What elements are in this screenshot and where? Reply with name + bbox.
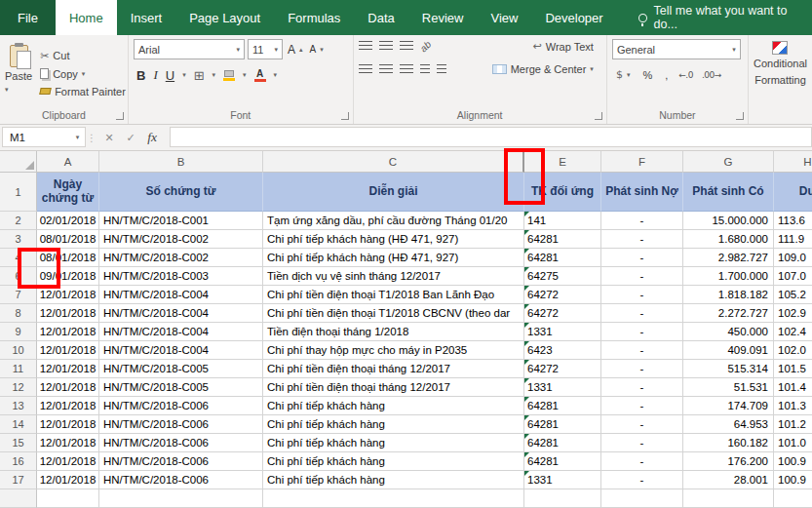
decrease-decimal-icon[interactable]: .00→	[702, 70, 721, 80]
align-middle-icon[interactable]	[379, 41, 393, 52]
col-header-c[interactable]: C	[263, 151, 524, 173]
comma-style-button[interactable]: ,	[663, 68, 670, 82]
row-header[interactable]: 13	[0, 397, 37, 415]
cell-date[interactable]: 08/01/2018	[37, 230, 99, 249]
col-header-h[interactable]: H	[774, 151, 812, 173]
cell-date[interactable]: 12/01/2018	[37, 378, 99, 397]
cell-account[interactable]: 64281	[524, 415, 601, 434]
cell-date[interactable]: 02/01/2018	[37, 212, 99, 230]
cell-debit[interactable]: -	[601, 286, 683, 304]
tab-developer[interactable]: Developer	[531, 0, 616, 35]
cell-credit[interactable]: 176.200	[683, 452, 774, 471]
tab-file[interactable]: File	[0, 0, 56, 35]
cell-description[interactable]: Chi phí thay hộp mực cho máy in P2035	[263, 341, 524, 360]
cell-credit[interactable]: 15.000.000	[683, 212, 774, 230]
cell-account[interactable]: 141	[524, 212, 601, 230]
paste-button[interactable]: Paste ▾	[5, 39, 32, 99]
cell-date[interactable]: 12/01/2018	[37, 341, 99, 360]
bold-button[interactable]: B	[136, 68, 145, 83]
cell-debit[interactable]: -	[601, 434, 683, 452]
cell-doc-no[interactable]: HN/TM/C/2018-C004	[99, 341, 263, 360]
cell-description[interactable]: Chi phí tiếp khách hàng	[263, 415, 524, 434]
font-name-combo[interactable]: Arial▾	[134, 39, 245, 59]
cell-date[interactable]: 12/01/2018	[37, 434, 99, 452]
cell-account[interactable]: 64275	[524, 267, 601, 286]
row-header[interactable]: 14	[0, 415, 37, 434]
row-header[interactable]: 4	[0, 249, 37, 267]
cell-debit[interactable]: -	[601, 323, 683, 341]
borders-icon[interactable]: ⊞	[194, 68, 205, 83]
cell-balance[interactable]: 111.9	[774, 230, 812, 249]
cell-date[interactable]: 12/01/2018	[37, 304, 99, 323]
cell-doc-no[interactable]: HN/TM/C/2018-C002	[99, 230, 263, 249]
increase-indent-icon[interactable]	[437, 64, 446, 75]
row-header[interactable]: 17	[0, 471, 37, 489]
empty-cell[interactable]	[37, 489, 99, 508]
cell-credit[interactable]: 409.091	[683, 341, 774, 360]
cell-credit[interactable]: 1.700.000	[683, 267, 774, 286]
align-center-icon[interactable]	[379, 64, 393, 75]
row-header[interactable]: 12	[0, 378, 37, 397]
header-cell-account[interactable]: TK đối ứng	[524, 173, 601, 212]
cell-credit[interactable]: 515.314	[683, 360, 774, 378]
cell-debit[interactable]: -	[601, 267, 683, 286]
wrap-text-button[interactable]: ↩Wrap Text	[531, 39, 596, 54]
cell-doc-no[interactable]: HN/TM/C/2018-C004	[99, 323, 263, 341]
row-header[interactable]: 15	[0, 434, 37, 452]
row-header[interactable]: 10	[0, 341, 37, 360]
dialog-launcher-icon[interactable]	[116, 112, 124, 120]
row-header[interactable]: 3	[0, 230, 37, 249]
tab-home[interactable]: Home	[56, 0, 117, 35]
cell-date[interactable]: 08/01/2018	[37, 249, 99, 267]
font-size-combo[interactable]: 11▾	[248, 39, 283, 59]
empty-cell[interactable]	[99, 489, 263, 508]
cell-balance[interactable]: 100.9	[774, 452, 812, 471]
align-right-icon[interactable]	[400, 64, 413, 75]
grow-font-icon[interactable]: A▴	[286, 42, 305, 58]
tab-view[interactable]: View	[477, 0, 531, 35]
cell-balance[interactable]: 107.0	[774, 267, 812, 286]
select-all-corner[interactable]	[0, 151, 37, 173]
name-box[interactable]: M1▾	[2, 127, 86, 147]
drag-handle-icon[interactable]: ⋮	[86, 125, 97, 150]
col-header-b[interactable]: B	[99, 151, 263, 173]
cell-debit[interactable]: -	[601, 471, 683, 489]
cell-debit[interactable]: -	[601, 452, 683, 471]
cell-credit[interactable]: 160.182	[683, 434, 774, 452]
cell-balance[interactable]: 113.6	[774, 212, 812, 230]
col-header-e[interactable]: E	[524, 151, 601, 173]
header-cell-description[interactable]: Diễn giải	[263, 173, 524, 212]
header-cell-balance[interactable]: Dư	[774, 173, 812, 212]
cell-account[interactable]: 64281	[524, 249, 601, 267]
cell-description[interactable]: Chi phí tiếp khách hàng	[263, 434, 524, 452]
cell-account[interactable]: 1331	[524, 323, 601, 341]
cell-account[interactable]: 64272	[524, 286, 601, 304]
cell-doc-no[interactable]: HN/TM/C/2018-C005	[99, 378, 263, 397]
shrink-font-icon[interactable]: A▾	[308, 43, 326, 56]
cell-doc-no[interactable]: HN/TM/C/2018-C005	[99, 360, 263, 378]
cell-date[interactable]: 12/01/2018	[37, 415, 99, 434]
cell-credit[interactable]: 174.709	[683, 397, 774, 415]
cell-description[interactable]: Chi phí tiền điện thoại tháng 12/2017	[263, 360, 524, 378]
cell-balance[interactable]: 100.9	[774, 471, 812, 489]
row-header[interactable]: 11	[0, 360, 37, 378]
cell-debit[interactable]: -	[601, 341, 683, 360]
accounting-format-icon[interactable]: $▾	[614, 67, 633, 82]
empty-cell[interactable]	[601, 489, 683, 508]
cell-doc-no[interactable]: HN/TM/C/2018-C006	[99, 434, 263, 452]
tab-page-layout[interactable]: Page Layout	[175, 0, 274, 35]
cell-description[interactable]: Tiền điện thoại tháng 1/2018	[263, 323, 524, 341]
cell-debit[interactable]: -	[601, 415, 683, 434]
tab-review[interactable]: Review	[408, 0, 478, 35]
cell-balance[interactable]: 105.2	[774, 286, 812, 304]
cell-debit[interactable]: -	[601, 249, 683, 267]
cell-debit[interactable]: -	[601, 397, 683, 415]
cell-doc-no[interactable]: HN/TM/C/2018-C006	[99, 452, 263, 471]
tab-data[interactable]: Data	[354, 0, 407, 35]
italic-button[interactable]: I	[153, 67, 157, 83]
cell-date[interactable]: 12/01/2018	[37, 323, 99, 341]
cell-account[interactable]: 1331	[524, 471, 601, 489]
cell-balance[interactable]: 102.9	[774, 304, 812, 323]
row-header[interactable]: 6	[0, 267, 37, 286]
percent-style-button[interactable]: %	[640, 68, 654, 82]
